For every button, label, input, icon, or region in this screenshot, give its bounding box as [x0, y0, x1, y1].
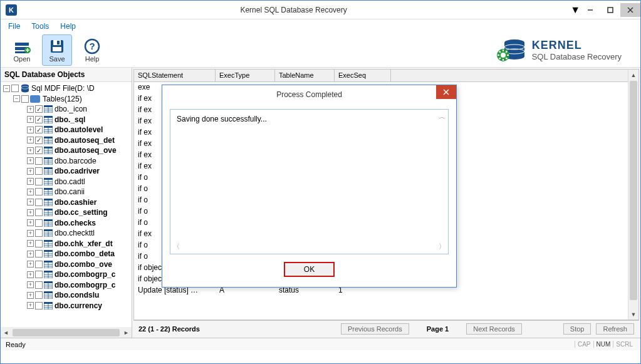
maximize-button[interactable] — [600, 3, 620, 17]
expand-icon[interactable]: + — [27, 157, 34, 164]
checkbox[interactable] — [35, 240, 43, 247]
tree-table-item[interactable]: + dbo.combo_deta — [2, 249, 132, 259]
tree-table-item[interactable]: + dbo.cadtl — [2, 177, 132, 187]
checkbox[interactable] — [35, 261, 43, 268]
close-button[interactable] — [620, 3, 640, 17]
tree-root[interactable]: − Sql MDF File(D: \D — [2, 83, 132, 94]
scroll-left-icon[interactable]: 〈 — [173, 242, 180, 251]
expand-icon[interactable]: + — [27, 199, 34, 205]
checkbox[interactable] — [35, 167, 43, 175]
checkbox[interactable]: ✓ — [35, 126, 43, 133]
column-header[interactable]: TableName — [275, 70, 335, 82]
expand-icon[interactable]: + — [27, 178, 34, 185]
checkbox[interactable]: ✓ — [35, 137, 43, 144]
checkbox[interactable] — [21, 95, 29, 103]
tree-table-item[interactable]: + dbo.cc_setting — [2, 207, 132, 218]
menu-file[interactable]: File — [8, 22, 20, 31]
tree-table-item[interactable]: + dbo.combogrp_c — [2, 280, 132, 291]
checkbox[interactable] — [35, 199, 43, 206]
tree-table-item[interactable]: + dbo.condslu — [2, 290, 132, 301]
checkbox[interactable] — [35, 291, 43, 299]
checkbox[interactable] — [35, 209, 43, 216]
scroll-up-icon[interactable]: ▲ — [628, 70, 638, 80]
save-icon — [48, 38, 66, 55]
checkbox[interactable] — [35, 188, 43, 195]
tree-label: dbo.barcode — [55, 157, 96, 165]
tree-table-item[interactable]: + dbo.canii — [2, 187, 132, 197]
expand-icon[interactable]: + — [27, 261, 34, 268]
expand-icon[interactable]: + — [27, 106, 34, 113]
tree-table-item[interactable]: + ✓ dbo._sql — [2, 115, 132, 125]
content-scrollbar[interactable]: ▲ ▼ — [628, 70, 638, 320]
tree[interactable]: − Sql MDF File(D: \D − Tables(125) + ✓ d… — [1, 82, 132, 327]
tree-table-item[interactable]: + dbo.combo_ove — [2, 259, 132, 270]
tree-table-item[interactable]: + ✓ dbo._icon — [2, 104, 132, 115]
checkbox[interactable] — [35, 271, 43, 278]
checkbox[interactable] — [11, 85, 19, 92]
tree-table-item[interactable]: + ✓ dbo.autolevel — [2, 125, 132, 135]
checkbox[interactable]: ✓ — [35, 105, 43, 113]
open-button[interactable]: Open — [7, 34, 37, 66]
help-button[interactable]: ? Help — [77, 34, 107, 66]
tree-table-item[interactable]: + dbo.checks — [2, 218, 132, 229]
column-header[interactable]: SQLStatement — [134, 70, 216, 82]
stop-button[interactable]: Stop — [563, 323, 591, 335]
scroll-down-icon[interactable]: ▼ — [628, 309, 638, 320]
tree-table-item[interactable]: + dbo.checkttl — [2, 228, 132, 239]
checkbox[interactable] — [35, 250, 43, 257]
expand-icon[interactable]: + — [27, 292, 34, 299]
checkbox[interactable] — [35, 302, 43, 309]
checkbox[interactable] — [35, 178, 43, 185]
expand-icon[interactable]: + — [27, 219, 34, 226]
tree-table-item[interactable]: + dbo.chk_xfer_dt — [2, 239, 132, 249]
scroll-left-icon[interactable]: ◄ — [1, 330, 11, 336]
previous-records-button[interactable]: Previous Records — [341, 323, 409, 335]
expand-icon[interactable]: + — [27, 251, 34, 257]
tree-table-item[interactable]: + dbo.currency — [2, 301, 132, 311]
checkbox[interactable]: ✓ — [35, 147, 43, 154]
minimize-button[interactable] — [580, 3, 600, 17]
save-button[interactable]: Save — [42, 34, 72, 66]
tree-tables-folder[interactable]: − Tables(125) — [2, 94, 132, 105]
column-header[interactable]: ExecType — [216, 70, 275, 82]
expand-icon[interactable]: + — [27, 209, 34, 216]
tree-table-item[interactable]: + dbo.barcode — [2, 156, 132, 167]
menu-help[interactable]: Help — [60, 22, 76, 31]
expand-icon[interactable]: + — [27, 116, 34, 123]
expand-icon[interactable]: + — [27, 240, 34, 247]
tree-table-item[interactable]: + dbo.combogrp_c — [2, 269, 132, 280]
expand-icon[interactable]: + — [27, 147, 34, 154]
checkbox[interactable] — [35, 281, 43, 289]
expand-icon[interactable]: + — [27, 281, 34, 288]
tree-table-item[interactable]: + ✓ dbo.autoseq_det — [2, 135, 132, 146]
dialog-close-button[interactable] — [436, 85, 456, 99]
expand-icon[interactable]: + — [27, 230, 34, 237]
scroll-up-icon[interactable]: ︿ — [439, 112, 446, 122]
expand-icon[interactable]: + — [27, 168, 34, 175]
expand-icon[interactable]: + — [27, 137, 34, 143]
expand-icon[interactable]: + — [27, 127, 34, 133]
ok-button[interactable]: OK — [284, 262, 335, 277]
refresh-button[interactable]: Refresh — [596, 323, 634, 335]
table-icon — [44, 105, 53, 113]
expand-icon[interactable]: + — [27, 189, 34, 195]
tree-label: dbo.cc_setting — [55, 208, 108, 217]
scroll-right-icon[interactable]: ► — [121, 330, 132, 336]
tree-table-item[interactable]: + ✓ dbo.autoseq_ove — [2, 145, 132, 156]
collapse-icon[interactable]: − — [13, 95, 20, 102]
checkbox[interactable]: ✓ — [35, 116, 43, 123]
next-records-button[interactable]: Next Records — [466, 323, 522, 335]
scroll-right-icon[interactable]: 〉 — [439, 242, 446, 251]
tree-table-item[interactable]: + dbo.cashier — [2, 197, 132, 208]
expand-icon[interactable]: + — [27, 271, 34, 278]
tree-table-item[interactable]: + dbo.cadriver — [2, 166, 132, 177]
checkbox[interactable] — [35, 219, 43, 227]
menu-tools[interactable]: Tools — [31, 22, 49, 31]
dialog-titlebar: Process Completed — [162, 85, 456, 104]
checkbox[interactable] — [35, 157, 43, 165]
column-header[interactable]: ExecSeq — [335, 70, 391, 82]
sidebar-scrollbar[interactable]: ◄ ► — [1, 327, 132, 338]
collapse-icon[interactable]: − — [3, 85, 10, 92]
expand-icon[interactable]: + — [27, 302, 34, 309]
checkbox[interactable] — [35, 229, 43, 237]
